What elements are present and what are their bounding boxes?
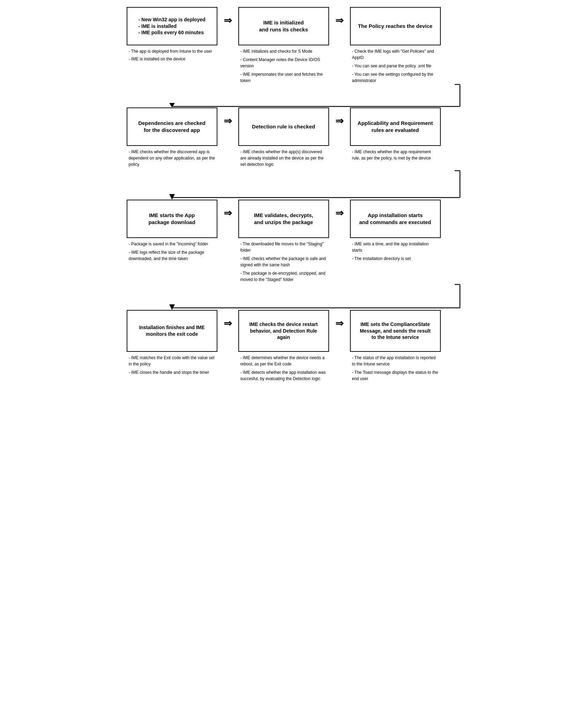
note-12-1: - The status of the app installation is …: [352, 355, 439, 367]
note-1-1: - The app is deployed from Intune to the…: [129, 48, 215, 54]
note-5-1: - IME checks whether the app(s) discover…: [240, 149, 327, 168]
box-12-note: - The status of the app installation is …: [350, 352, 441, 382]
svg-marker-7: [169, 194, 175, 200]
note-4-1: - IME checks whether the discovered app …: [129, 149, 215, 168]
arrow-7-8: ⇒: [217, 200, 238, 219]
box-10-title: Installation finishes and IME monitors t…: [132, 324, 212, 338]
row-1: - New Win32 app is deployed - IME is ins…: [127, 7, 462, 84]
note-11-2: - IME detects whether the app installati…: [240, 369, 327, 382]
note-2-3: - IME impersonates the user and fetches …: [240, 71, 327, 84]
svg-marker-11: [169, 304, 175, 310]
note-2-1: - IME initializes and checks for S Mode: [240, 48, 327, 54]
box-10: Installation finishes and IME monitors t…: [127, 310, 217, 352]
connector-row2-row3: [127, 169, 462, 200]
note-7-2: - IME logs reflect the size of the packa…: [129, 249, 215, 262]
box-6-note: - IME checks whether the app requirement…: [350, 146, 441, 163]
note-12-2: - The Toast message displays the status …: [352, 369, 439, 382]
box-7: IME starts the App package download: [127, 200, 217, 238]
box-12: IME sets the ComplianceState Message, an…: [350, 310, 441, 352]
col-5: Detection rule is checked - IME checks w…: [238, 108, 329, 169]
box-2-note: - IME initializes and checks for S Mode …: [238, 45, 329, 84]
row-4: Installation finishes and IME monitors t…: [127, 310, 462, 382]
col-10: Installation finishes and IME monitors t…: [127, 310, 217, 376]
col-11: IME checks the device restart behavior, …: [238, 310, 329, 382]
note-1-2: - IME is installed on the device: [129, 56, 215, 62]
col-7: IME starts the App package download - Pa…: [127, 200, 217, 262]
note-3-1: - Check the IME logs with "Get Policies"…: [352, 48, 439, 61]
box-4: Dependencies are checked for the discove…: [127, 108, 217, 146]
note-2-2: - Content Manager notes the Device ID/OS…: [240, 57, 327, 69]
box-8-title: IME validates, decrypts, and unzips the …: [254, 212, 313, 226]
box-5: Detection rule is checked: [238, 108, 329, 146]
col-4: Dependencies are checked for the discove…: [127, 108, 217, 169]
box-9-title: App installation starts and commands are…: [359, 212, 431, 226]
arrow-4-5: ⇒: [217, 108, 238, 127]
diagram: - New Win32 app is deployed - IME is ins…: [127, 7, 462, 382]
box-1: - New Win32 app is deployed - IME is ins…: [127, 7, 217, 45]
note-11-1: - IME determines whether the device need…: [240, 355, 327, 367]
note-3-2: - You can see and parse the policy .xml …: [352, 63, 439, 69]
box-4-title: Dependencies are checked for the discove…: [138, 120, 206, 134]
note-8-2: - IME checks whether the package is safe…: [240, 255, 327, 268]
col-8: IME validates, decrypts, and unzips the …: [238, 200, 329, 283]
arrow-2-3: ⇒: [329, 7, 350, 26]
note-8-1: - The downloaded file moves to the "Stag…: [240, 241, 327, 253]
col-12: IME sets the ComplianceState Message, an…: [350, 310, 441, 382]
box-12-title: IME sets the ComplianceState Message, an…: [360, 321, 431, 341]
box-1-title: - New Win32 app is deployed - IME is ins…: [138, 16, 205, 36]
box-3-note: - Check the IME logs with "Get Policies"…: [350, 45, 441, 84]
box-1-note: - The app is deployed from Intune to the…: [127, 45, 217, 64]
arrow-10-11: ⇒: [217, 310, 238, 329]
box-9: App installation starts and commands are…: [350, 200, 441, 238]
box-2: IME is initialized and runs its checks: [238, 7, 329, 45]
note-8-3: - The package is de-encrypted, unzipped,…: [240, 270, 327, 283]
box-8-note: - The downloaded file moves to the "Stag…: [238, 238, 329, 283]
row-3: IME starts the App package download - Pa…: [127, 200, 462, 283]
arrow-8-9: ⇒: [329, 200, 350, 219]
box-9-note: - IME sets a time, and the app installat…: [350, 238, 441, 262]
connector-svg-3: [127, 283, 462, 310]
note-9-1: - IME sets a time, and the app installat…: [352, 241, 439, 253]
arrow-11-12: ⇒: [329, 310, 350, 329]
box-11-note: - IME determines whether the device need…: [238, 352, 329, 382]
box-3-title: The Policy reaches the device: [358, 23, 432, 30]
box-4-note: - IME checks whether the discovered app …: [127, 146, 217, 169]
note-7-1: - Package is saved in the "Incoming" fol…: [129, 241, 215, 247]
note-3-3: - You can see the settings configured by…: [352, 71, 439, 84]
connector-svg-2: [127, 169, 462, 200]
box-6: Applicability and Requirement rules are …: [350, 108, 441, 146]
col-3: The Policy reaches the device - Check th…: [350, 7, 441, 84]
col-9: App installation starts and commands are…: [350, 200, 441, 262]
col-6: Applicability and Requirement rules are …: [350, 108, 441, 163]
box-5-note: - IME checks whether the app(s) discover…: [238, 146, 329, 169]
arrow-5-6: ⇒: [329, 108, 350, 127]
connector-svg-1: [127, 84, 462, 108]
box-10-note: - IME matches the Exit code with the val…: [127, 352, 217, 376]
note-10-1: - IME matches the Exit code with the val…: [129, 355, 215, 367]
box-3: The Policy reaches the device: [350, 7, 441, 45]
col-2: IME is initialized and runs its checks -…: [238, 7, 329, 84]
connector-row3-row4: [127, 283, 462, 310]
box-7-title: IME starts the App package download: [148, 212, 195, 226]
box-7-note: - Package is saved in the "Incoming" fol…: [127, 238, 217, 262]
note-6-1: - IME checks whether the app requirement…: [352, 149, 439, 161]
note-10-2: - IME closes the handle and stops the ti…: [129, 369, 215, 376]
connector-row1-row2: [127, 84, 462, 108]
box-8: IME validates, decrypts, and unzips the …: [238, 200, 329, 238]
box-2-title: IME is initialized and runs its checks: [259, 19, 308, 34]
box-11-title: IME checks the device restart behavior, …: [249, 321, 318, 341]
row-2: Dependencies are checked for the discove…: [127, 108, 462, 169]
box-11: IME checks the device restart behavior, …: [238, 310, 329, 352]
box-5-title: Detection rule is checked: [252, 123, 315, 130]
note-9-2: - The installation directory is set: [352, 255, 439, 262]
col-1: - New Win32 app is deployed - IME is ins…: [127, 7, 217, 64]
arrow-1-2: ⇒: [217, 7, 238, 26]
box-6-title: Applicability and Requirement rules are …: [356, 120, 435, 134]
